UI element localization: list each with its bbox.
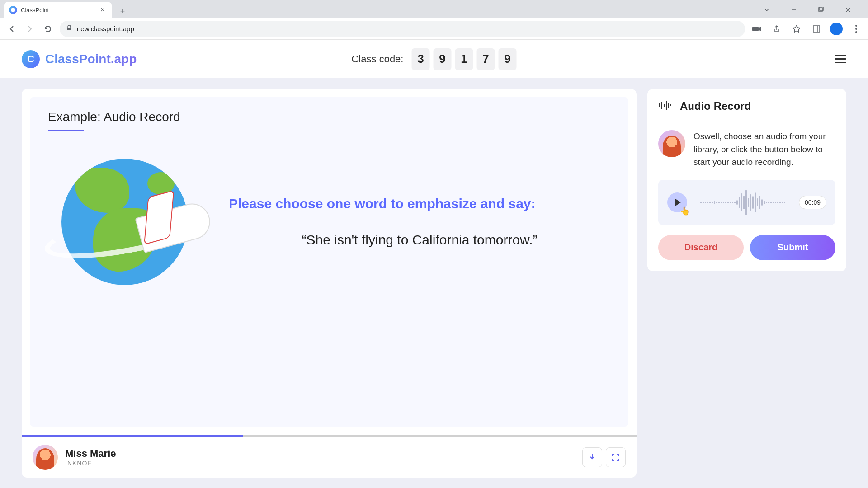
code-digit: 7 [476, 48, 495, 70]
logo-text: ClassPoint.app [45, 52, 137, 66]
close-icon[interactable]: × [99, 6, 107, 14]
profile-avatar[interactable] [830, 23, 843, 35]
instruction-text: Oswell, choose an audio from your librar… [693, 130, 835, 169]
app-body: Example: Audio Record Please choose one … [0, 78, 868, 488]
svg-rect-1 [819, 8, 822, 11]
slide-text: Please choose one word to emphasize and … [229, 195, 610, 249]
play-button[interactable]: 👆 [667, 192, 687, 212]
playback-box: 👆 00:09 [658, 180, 835, 225]
slide-content: Example: Audio Record Please choose one … [22, 89, 637, 435]
close-window-button[interactable] [839, 3, 857, 17]
app-header: C ClassPoint.app Class code: 3 9 1 7 9 [0, 40, 868, 78]
download-button[interactable] [582, 447, 602, 467]
globe-illustration [48, 150, 211, 294]
presenter-name: Miss Marie [65, 448, 575, 460]
tab-title: ClassPoint [21, 7, 95, 14]
record-panel: Audio Record Oswell, choose an audio fro… [647, 89, 846, 271]
reload-button[interactable] [42, 23, 54, 35]
presenter-info: Miss Marie INKNOE [65, 448, 575, 467]
svg-point-7 [855, 25, 857, 27]
presenter-avatar [33, 445, 58, 470]
svg-rect-3 [67, 28, 71, 30]
url-text: new.classpoint.app [77, 25, 134, 33]
slide-title: Example: Audio Record [48, 110, 610, 124]
forward-button[interactable] [24, 23, 36, 35]
svg-point-9 [855, 31, 857, 33]
slide-panel: Example: Audio Record Please choose one … [22, 89, 637, 478]
minimize-button[interactable] [785, 3, 803, 17]
record-header: Audio Record [658, 100, 835, 121]
logo-icon: C [22, 50, 40, 68]
kebab-menu-icon[interactable] [850, 23, 863, 35]
browser-chrome: ClassPoint × + new.classpoint.app [0, 0, 868, 40]
time-badge: 00:09 [799, 196, 826, 209]
star-icon[interactable] [790, 23, 803, 35]
back-button[interactable] [5, 23, 18, 35]
maximize-button[interactable] [812, 3, 830, 17]
divider [658, 121, 835, 121]
window-controls [758, 2, 864, 18]
address-bar[interactable]: new.classpoint.app [60, 21, 745, 37]
presenter-bar: Miss Marie INKNOE [22, 437, 637, 478]
share-icon[interactable] [770, 23, 783, 35]
lock-icon [66, 25, 72, 33]
title-underline [48, 130, 84, 131]
discard-button[interactable]: Discard [658, 235, 744, 260]
code-digit: 3 [411, 48, 429, 70]
code-digits: 3 9 1 7 9 [411, 48, 516, 70]
play-icon [675, 199, 681, 206]
class-code-label: Class code: [352, 53, 404, 65]
svg-rect-4 [752, 27, 759, 31]
new-tab-button[interactable]: + [116, 5, 129, 18]
chevron-down-icon[interactable] [758, 3, 776, 17]
student-avatar [658, 130, 685, 157]
toolbar-icons [750, 23, 863, 35]
code-digit: 9 [433, 48, 451, 70]
presenter-org: INKNOE [65, 460, 575, 467]
presenter-actions [582, 447, 626, 467]
logo[interactable]: C ClassPoint.app [22, 50, 137, 68]
svg-rect-2 [820, 7, 823, 10]
waveform-icon [658, 100, 672, 113]
prompt-text: Please choose one word to emphasize and … [229, 195, 610, 212]
fullscreen-button[interactable] [606, 447, 626, 467]
record-title: Audio Record [680, 100, 751, 113]
submit-button[interactable]: Submit [750, 235, 835, 260]
slide-body: Please choose one word to emphasize and … [48, 150, 610, 294]
hamburger-menu-icon[interactable] [835, 52, 846, 66]
action-buttons: Discard Submit [658, 235, 835, 260]
address-bar-row: new.classpoint.app [0, 18, 868, 40]
svg-rect-5 [813, 26, 820, 32]
favicon-icon [9, 6, 17, 14]
tab-bar: ClassPoint × + [0, 0, 868, 18]
waveform[interactable] [694, 189, 792, 216]
slide-inner: Example: Audio Record Please choose one … [30, 97, 628, 427]
quote-text: “She isn't flying to California tomorrow… [229, 230, 610, 249]
browser-tab[interactable]: ClassPoint × [4, 2, 112, 18]
sidepanel-icon[interactable] [810, 23, 823, 35]
instruction: Oswell, choose an audio from your librar… [658, 130, 835, 169]
cursor-icon: 👆 [680, 206, 690, 216]
code-digit: 1 [455, 48, 473, 70]
svg-point-8 [855, 28, 857, 30]
camera-icon[interactable] [750, 23, 763, 35]
code-digit: 9 [498, 48, 516, 70]
class-code: Class code: 3 9 1 7 9 [352, 48, 517, 70]
